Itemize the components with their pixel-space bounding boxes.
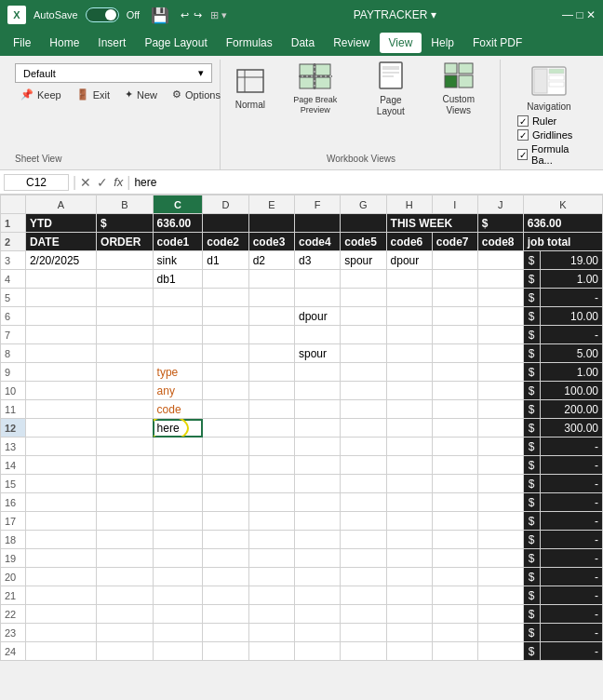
r1-f[interactable]: [294, 214, 340, 233]
r4-c[interactable]: db1: [153, 270, 203, 289]
r1-h[interactable]: THIS WEEK: [386, 214, 477, 233]
r10-i[interactable]: [432, 382, 477, 400]
r4-h[interactable]: [386, 270, 432, 289]
r9-b[interactable]: [97, 363, 154, 382]
r1-c[interactable]: 636.00: [153, 214, 203, 233]
exit-button[interactable]: 🚪 Exit: [71, 87, 115, 102]
r6-g[interactable]: [341, 307, 386, 326]
r7-a[interactable]: [25, 326, 96, 344]
r1-d[interactable]: [203, 214, 248, 233]
r11-j[interactable]: [477, 400, 523, 419]
r12-i[interactable]: [432, 419, 477, 438]
r4-e[interactable]: [248, 270, 294, 289]
r8-i[interactable]: [432, 344, 477, 363]
r11-e[interactable]: [248, 400, 294, 419]
r3-f[interactable]: d3: [294, 251, 340, 270]
col-g-header[interactable]: G: [341, 195, 386, 214]
r9-h[interactable]: [386, 363, 432, 382]
r6-j[interactable]: [477, 307, 523, 326]
r12-d[interactable]: [203, 419, 248, 438]
undo-icon[interactable]: ↩ ↪: [181, 9, 203, 21]
options-button[interactable]: ⚙ Options: [167, 87, 226, 102]
r7-d[interactable]: [203, 326, 248, 344]
r7-h[interactable]: [386, 326, 432, 344]
r5-h[interactable]: [386, 289, 432, 307]
r11-f[interactable]: [294, 400, 340, 419]
menu-view[interactable]: View: [380, 33, 422, 53]
r4-val[interactable]: 1.00: [540, 270, 602, 289]
r9-i[interactable]: [432, 363, 477, 382]
r12-c[interactable]: here: [153, 419, 203, 438]
normal-view-button[interactable]: Normal: [230, 63, 271, 115]
r3-b[interactable]: [97, 251, 154, 270]
col-f-header[interactable]: F: [294, 195, 340, 214]
r6-b[interactable]: [97, 307, 154, 326]
r10-h[interactable]: [386, 382, 432, 400]
r12-val[interactable]: 300.00: [540, 419, 602, 438]
r6-h[interactable]: [386, 307, 432, 326]
cell-reference[interactable]: C12: [4, 174, 69, 191]
r2-c[interactable]: code1: [153, 233, 203, 251]
r10-g[interactable]: [341, 382, 386, 400]
r7-b[interactable]: [97, 326, 154, 344]
menu-file[interactable]: File: [4, 33, 40, 53]
r7-val[interactable]: -: [540, 326, 602, 344]
r4-a[interactable]: [25, 270, 96, 289]
formula-bar-checkbox[interactable]: ✓: [517, 149, 528, 160]
r6-d[interactable]: [203, 307, 248, 326]
r3-a[interactable]: 2/20/2025: [25, 251, 96, 270]
r1-a[interactable]: YTD: [25, 214, 96, 233]
r5-a[interactable]: [25, 289, 96, 307]
navigation-button[interactable]: Navigation: [521, 63, 577, 115]
keep-button[interactable]: 📌 Keep: [15, 87, 67, 102]
r1-g[interactable]: [341, 214, 386, 233]
menu-review[interactable]: Review: [324, 33, 379, 53]
r9-c[interactable]: type: [153, 363, 203, 382]
r3-d[interactable]: d1: [203, 251, 248, 270]
r1-b[interactable]: $: [97, 214, 154, 233]
r12-e[interactable]: [248, 419, 294, 438]
cancel-formula-icon[interactable]: ✕: [80, 175, 91, 190]
r3-j[interactable]: [477, 251, 523, 270]
confirm-formula-icon[interactable]: ✓: [97, 175, 108, 190]
r5-i[interactable]: [432, 289, 477, 307]
r3-c[interactable]: sink: [153, 251, 203, 270]
r2-j[interactable]: code8: [477, 233, 523, 251]
r4-b[interactable]: [97, 270, 154, 289]
r12-g[interactable]: [341, 419, 386, 438]
r11-g[interactable]: [341, 400, 386, 419]
r10-e[interactable]: [248, 382, 294, 400]
r6-c[interactable]: [153, 307, 203, 326]
r8-val[interactable]: 5.00: [540, 344, 602, 363]
r3-g[interactable]: spour: [341, 251, 386, 270]
col-d-header[interactable]: D: [203, 195, 248, 214]
menu-page-layout[interactable]: Page Layout: [135, 33, 216, 53]
r10-a[interactable]: [25, 382, 96, 400]
r11-h[interactable]: [386, 400, 432, 419]
formula-input[interactable]: here: [134, 176, 599, 189]
menu-insert[interactable]: Insert: [88, 33, 135, 53]
r2-a[interactable]: DATE: [25, 233, 96, 251]
sheet-view-dropdown[interactable]: Default ▾: [15, 63, 212, 83]
menu-data[interactable]: Data: [282, 33, 324, 53]
r2-f[interactable]: code4: [294, 233, 340, 251]
r3-h[interactable]: dpour: [386, 251, 432, 270]
r5-d[interactable]: [203, 289, 248, 307]
col-i-header[interactable]: I: [432, 195, 477, 214]
r6-e[interactable]: [248, 307, 294, 326]
r3-i[interactable]: [432, 251, 477, 270]
r8-b[interactable]: [97, 344, 154, 363]
col-c-header[interactable]: C: [153, 195, 203, 214]
r10-b[interactable]: [97, 382, 154, 400]
r7-j[interactable]: [477, 326, 523, 344]
r9-d[interactable]: [203, 363, 248, 382]
r12-a[interactable]: [25, 419, 96, 438]
page-break-preview-button[interactable]: Page Break Preview: [275, 63, 357, 115]
r11-b[interactable]: [97, 400, 154, 419]
r2-e[interactable]: code3: [248, 233, 294, 251]
r2-g[interactable]: code5: [341, 233, 386, 251]
col-e-header[interactable]: E: [248, 195, 294, 214]
col-h-header[interactable]: H: [386, 195, 432, 214]
r6-i[interactable]: [432, 307, 477, 326]
col-k-header[interactable]: K: [523, 195, 602, 214]
